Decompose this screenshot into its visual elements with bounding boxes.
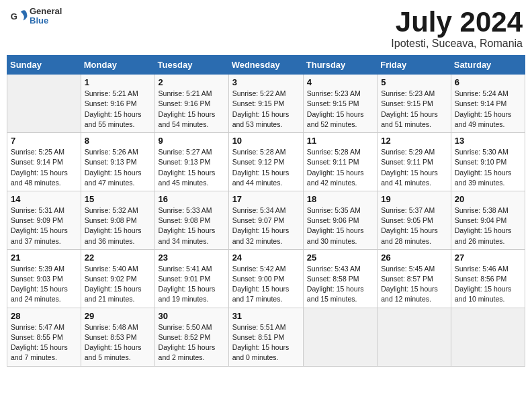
calendar-cell: 24Sunrise: 5:42 AM Sunset: 9:00 PM Dayli… (228, 249, 303, 308)
day-number: 30 (159, 311, 225, 321)
weekday-header-saturday: Saturday (451, 56, 525, 75)
calendar-location: Ipotesti, Suceava, Romania (391, 38, 523, 50)
day-number: 10 (232, 136, 300, 146)
day-info: Sunrise: 5:28 AM Sunset: 9:12 PM Dayligh… (232, 147, 300, 188)
day-info: Sunrise: 5:38 AM Sunset: 9:04 PM Dayligh… (455, 205, 521, 246)
day-info: Sunrise: 5:29 AM Sunset: 9:11 PM Dayligh… (381, 147, 447, 188)
weekday-header-row: SundayMondayTuesdayWednesdayThursdayFrid… (7, 56, 525, 75)
logo-blue: Blue (30, 16, 62, 26)
weekday-header-thursday: Thursday (303, 56, 377, 75)
calendar-cell: 8Sunrise: 5:26 AM Sunset: 9:13 PM Daylig… (81, 133, 154, 191)
svg-text:G: G (11, 11, 17, 21)
day-info: Sunrise: 5:40 AM Sunset: 9:02 PM Dayligh… (85, 264, 151, 305)
day-info: Sunrise: 5:28 AM Sunset: 9:11 PM Dayligh… (307, 147, 373, 188)
calendar-cell: 19Sunrise: 5:37 AM Sunset: 9:05 PM Dayli… (378, 191, 451, 249)
logo-general: General (30, 7, 62, 16)
weekday-header-sunday: Sunday (7, 56, 81, 75)
calendar-cell: 11Sunrise: 5:28 AM Sunset: 9:11 PM Dayli… (303, 133, 377, 191)
calendar-cell: 15Sunrise: 5:32 AM Sunset: 9:08 PM Dayli… (81, 191, 154, 249)
day-info: Sunrise: 5:31 AM Sunset: 9:09 PM Dayligh… (11, 205, 77, 246)
calendar-cell: 17Sunrise: 5:34 AM Sunset: 9:07 PM Dayli… (228, 191, 303, 249)
calendar-cell: 22Sunrise: 5:40 AM Sunset: 9:02 PM Dayli… (81, 249, 154, 308)
calendar-cell: 5Sunrise: 5:23 AM Sunset: 9:15 PM Daylig… (378, 75, 451, 133)
calendar-cell: 31Sunrise: 5:51 AM Sunset: 8:51 PM Dayli… (228, 308, 303, 366)
calendar-cell: 14Sunrise: 5:31 AM Sunset: 9:09 PM Dayli… (7, 191, 81, 249)
calendar-cell: 13Sunrise: 5:30 AM Sunset: 9:10 PM Dayli… (451, 133, 525, 191)
calendar-cell (378, 308, 451, 366)
day-number: 4 (307, 77, 373, 87)
day-info: Sunrise: 5:21 AM Sunset: 9:16 PM Dayligh… (85, 89, 151, 130)
calendar-cell: 6Sunrise: 5:24 AM Sunset: 9:14 PM Daylig… (451, 75, 525, 133)
day-info: Sunrise: 5:33 AM Sunset: 9:08 PM Dayligh… (159, 205, 225, 246)
day-number: 19 (381, 194, 447, 204)
calendar-cell: 27Sunrise: 5:46 AM Sunset: 8:56 PM Dayli… (451, 249, 525, 308)
calendar-cell: 30Sunrise: 5:50 AM Sunset: 8:52 PM Dayli… (154, 308, 228, 366)
day-number: 28 (11, 311, 77, 321)
calendar-cell: 29Sunrise: 5:48 AM Sunset: 8:53 PM Dayli… (81, 308, 154, 366)
weekday-header-tuesday: Tuesday (154, 56, 228, 75)
day-info: Sunrise: 5:25 AM Sunset: 9:14 PM Dayligh… (11, 147, 77, 188)
day-info: Sunrise: 5:24 AM Sunset: 9:14 PM Dayligh… (455, 89, 521, 130)
day-number: 6 (455, 77, 521, 87)
logo-icon: G (9, 7, 28, 26)
day-number: 2 (159, 77, 225, 87)
day-info: Sunrise: 5:37 AM Sunset: 9:05 PM Dayligh… (381, 205, 447, 246)
day-number: 5 (381, 77, 447, 87)
day-number: 18 (307, 194, 373, 204)
day-info: Sunrise: 5:22 AM Sunset: 9:15 PM Dayligh… (232, 89, 300, 130)
day-info: Sunrise: 5:39 AM Sunset: 9:03 PM Dayligh… (11, 264, 77, 305)
calendar-cell: 20Sunrise: 5:38 AM Sunset: 9:04 PM Dayli… (451, 191, 525, 249)
calendar-cell: 7Sunrise: 5:25 AM Sunset: 9:14 PM Daylig… (7, 133, 81, 191)
calendar-cell: 23Sunrise: 5:41 AM Sunset: 9:01 PM Dayli… (154, 249, 228, 308)
day-number: 23 (159, 253, 225, 263)
day-number: 25 (307, 253, 373, 263)
day-number: 20 (455, 194, 521, 204)
day-number: 17 (232, 194, 300, 204)
calendar-cell: 21Sunrise: 5:39 AM Sunset: 9:03 PM Dayli… (7, 249, 81, 308)
day-info: Sunrise: 5:27 AM Sunset: 9:13 PM Dayligh… (159, 147, 225, 188)
day-number: 26 (381, 253, 447, 263)
calendar-cell: 10Sunrise: 5:28 AM Sunset: 9:12 PM Dayli… (228, 133, 303, 191)
day-number: 16 (159, 194, 225, 204)
calendar-cell: 25Sunrise: 5:43 AM Sunset: 8:58 PM Dayli… (303, 249, 377, 308)
day-info: Sunrise: 5:51 AM Sunset: 8:51 PM Dayligh… (232, 322, 300, 363)
day-info: Sunrise: 5:48 AM Sunset: 8:53 PM Dayligh… (85, 322, 151, 363)
day-number: 24 (232, 253, 300, 263)
day-info: Sunrise: 5:47 AM Sunset: 8:55 PM Dayligh… (11, 322, 77, 363)
day-number: 3 (232, 77, 300, 87)
calendar-cell (303, 308, 377, 366)
day-info: Sunrise: 5:45 AM Sunset: 8:57 PM Dayligh… (381, 264, 447, 305)
day-number: 14 (11, 194, 77, 204)
weekday-header-wednesday: Wednesday (228, 56, 303, 75)
calendar-cell: 1Sunrise: 5:21 AM Sunset: 9:16 PM Daylig… (81, 75, 154, 133)
page-header: G General Blue July 2024 Ipotesti, Sucea… (7, 7, 525, 50)
day-info: Sunrise: 5:34 AM Sunset: 9:07 PM Dayligh… (232, 205, 300, 246)
calendar-cell: 12Sunrise: 5:29 AM Sunset: 9:11 PM Dayli… (378, 133, 451, 191)
day-info: Sunrise: 5:50 AM Sunset: 8:52 PM Dayligh… (159, 322, 225, 363)
calendar-cell (7, 75, 81, 133)
title-block: July 2024 Ipotesti, Suceava, Romania (391, 7, 523, 50)
calendar-title: July 2024 (391, 7, 523, 38)
weekday-header-monday: Monday (81, 56, 154, 75)
day-info: Sunrise: 5:46 AM Sunset: 8:56 PM Dayligh… (455, 264, 521, 305)
day-info: Sunrise: 5:35 AM Sunset: 9:06 PM Dayligh… (307, 205, 373, 246)
day-number: 11 (307, 136, 373, 146)
logo: G General Blue (9, 7, 62, 26)
day-info: Sunrise: 5:42 AM Sunset: 9:00 PM Dayligh… (232, 264, 300, 305)
day-info: Sunrise: 5:32 AM Sunset: 9:08 PM Dayligh… (85, 205, 151, 246)
day-info: Sunrise: 5:26 AM Sunset: 9:13 PM Dayligh… (85, 147, 151, 188)
day-info: Sunrise: 5:23 AM Sunset: 9:15 PM Dayligh… (307, 89, 373, 130)
day-number: 29 (85, 311, 151, 321)
day-number: 31 (232, 311, 300, 321)
weekday-header-friday: Friday (378, 56, 451, 75)
day-info: Sunrise: 5:30 AM Sunset: 9:10 PM Dayligh… (455, 147, 521, 188)
day-number: 15 (85, 194, 151, 204)
day-number: 21 (11, 253, 77, 263)
week-row-4: 21Sunrise: 5:39 AM Sunset: 9:03 PM Dayli… (7, 249, 525, 308)
calendar-cell (451, 308, 525, 366)
day-number: 1 (85, 77, 151, 87)
day-number: 9 (159, 136, 225, 146)
calendar-cell: 4Sunrise: 5:23 AM Sunset: 9:15 PM Daylig… (303, 75, 377, 133)
calendar-cell: 2Sunrise: 5:21 AM Sunset: 9:16 PM Daylig… (154, 75, 228, 133)
day-number: 13 (455, 136, 521, 146)
